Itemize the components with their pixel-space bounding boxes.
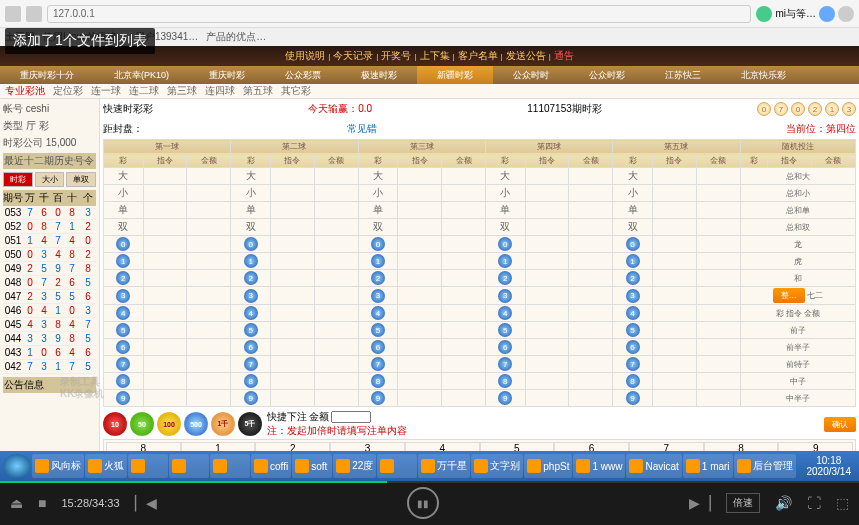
nav-item[interactable]: 重庆时彩 (189, 66, 265, 84)
url-bar[interactable]: 127.0.0.1 (47, 5, 751, 23)
taskbar-item[interactable] (210, 454, 250, 478)
bet-ball[interactable]: 6 (626, 340, 640, 354)
bet-ball[interactable]: 4 (116, 306, 130, 320)
volume-icon[interactable]: 🔊 (775, 495, 792, 511)
sidebar-tab[interactable]: 大小 (35, 172, 65, 187)
nav-item[interactable]: 重庆时彩十分 (0, 66, 94, 84)
menu-icon[interactable] (838, 6, 854, 22)
bet-ball[interactable]: 7 (371, 357, 385, 371)
quick-amount-input[interactable] (331, 411, 371, 423)
bet-ball[interactable]: 5 (626, 323, 640, 337)
right-option[interactable]: 总和小 (740, 185, 855, 202)
top-link[interactable]: 使用说明 (285, 49, 325, 63)
bet-ball[interactable]: 3 (116, 289, 130, 303)
faq-link[interactable]: 常见错 (347, 122, 377, 136)
bet-option[interactable]: 大 (373, 170, 383, 181)
bet-ball[interactable]: 4 (498, 306, 512, 320)
right-cell[interactable]: 中子 (740, 373, 855, 390)
right-cell[interactable]: 和 (740, 270, 855, 287)
bet-option[interactable]: 小 (118, 187, 128, 198)
bet-ball[interactable]: 3 (498, 289, 512, 303)
top-link[interactable]: 开奖号 (381, 49, 411, 63)
sub-nav-item[interactable]: 连二球 (129, 84, 159, 98)
fullscreen-icon[interactable]: ⬚ (836, 495, 849, 511)
bet-ball[interactable]: 3 (626, 289, 640, 303)
right-cell[interactable]: 彩 指令 金额 (740, 305, 855, 322)
bet-ball[interactable]: 2 (116, 271, 130, 285)
right-option[interactable]: 总和单 (740, 202, 855, 219)
bet-ball[interactable]: 8 (371, 374, 385, 388)
bet-option[interactable]: 双 (500, 221, 510, 232)
chip-100[interactable]: 100 (157, 412, 181, 436)
play-button[interactable]: ▮▮ (407, 487, 439, 519)
bet-ball[interactable]: 0 (498, 237, 512, 251)
bet-ball[interactable]: 8 (244, 374, 258, 388)
taskbar-item[interactable]: 后台管理 (734, 454, 796, 478)
taskbar-item[interactable] (377, 454, 417, 478)
nav-item[interactable]: 极速时彩 (341, 66, 417, 84)
right-cell[interactable]: 前半子 (740, 339, 855, 356)
bet-option[interactable]: 小 (373, 187, 383, 198)
bet-option[interactable]: 单 (500, 204, 510, 215)
top-link[interactable]: 通告 (554, 49, 574, 63)
avatar-icon[interactable] (819, 6, 835, 22)
sub-nav-item[interactable]: 其它彩 (281, 84, 311, 98)
sub-nav-item[interactable]: 连一球 (91, 84, 121, 98)
bet-ball[interactable]: 7 (244, 357, 258, 371)
top-link[interactable]: 客户名单 (458, 49, 498, 63)
bet-ball[interactable]: 4 (626, 306, 640, 320)
sub-nav-item[interactable]: 第三球 (167, 84, 197, 98)
bet-ball[interactable]: 2 (626, 271, 640, 285)
bet-ball[interactable]: 3 (244, 289, 258, 303)
top-link[interactable]: 上下集 (420, 49, 450, 63)
taskbar-item[interactable] (128, 454, 168, 478)
expand-icon[interactable]: ⛶ (807, 495, 821, 511)
chip-500[interactable]: 500 (184, 412, 208, 436)
bet-ball[interactable]: 6 (371, 340, 385, 354)
nav-item[interactable]: 江苏快三 (645, 66, 721, 84)
bet-ball[interactable]: 6 (498, 340, 512, 354)
taskbar-item[interactable]: phpSt (524, 454, 572, 478)
taskbar-clock[interactable]: 10:18 2020/3/14 (802, 455, 857, 477)
bet-ball[interactable]: 1 (371, 254, 385, 268)
taskbar-item[interactable]: coffi (251, 454, 291, 478)
prev-icon[interactable]: ▏◀ (135, 495, 157, 511)
nav-item[interactable]: 公众时时 (493, 66, 569, 84)
taskbar-item[interactable]: 1 www (573, 454, 625, 478)
bet-ball[interactable]: 4 (244, 306, 258, 320)
bet-ball[interactable]: 5 (498, 323, 512, 337)
bet-ball[interactable]: 5 (244, 323, 258, 337)
top-link[interactable]: 发送公告 (506, 49, 546, 63)
right-cell[interactable]: 龙 (740, 236, 855, 253)
taskbar-item[interactable] (169, 454, 209, 478)
bet-ball[interactable]: 9 (498, 391, 512, 405)
nav-item-active[interactable]: 新疆时彩 (417, 66, 493, 84)
bet-ball[interactable]: 9 (244, 391, 258, 405)
bet-option[interactable]: 小 (246, 187, 256, 198)
sidebar-tab[interactable]: 单双 (66, 172, 96, 187)
sub-nav-item[interactable]: 专业彩池 (5, 84, 45, 98)
bet-option[interactable]: 双 (246, 221, 256, 232)
bet-option[interactable]: 双 (628, 221, 638, 232)
bet-option[interactable]: 单 (118, 204, 128, 215)
nav-item[interactable]: 公众时彩 (569, 66, 645, 84)
next-icon[interactable]: ▶▕ (689, 495, 711, 511)
bet-ball[interactable]: 7 (626, 357, 640, 371)
right-option[interactable]: 总和双 (740, 219, 855, 236)
right-cell[interactable]: 虎 (740, 253, 855, 270)
bet-ball[interactable]: 9 (626, 391, 640, 405)
right-cell[interactable]: 前子 (740, 322, 855, 339)
bet-option[interactable]: 大 (628, 170, 638, 181)
bet-ball[interactable]: 8 (498, 374, 512, 388)
nav-item[interactable]: 北京快乐彩 (721, 66, 806, 84)
bet-ball[interactable]: 8 (626, 374, 640, 388)
taskbar-item[interactable]: 22度 (333, 454, 376, 478)
taskbar-item[interactable]: 火狐 (85, 454, 127, 478)
bet-ball[interactable]: 1 (244, 254, 258, 268)
bet-ball[interactable]: 7 (498, 357, 512, 371)
bet-option[interactable]: 双 (118, 221, 128, 232)
bet-option[interactable]: 小 (628, 187, 638, 198)
forward-button[interactable] (26, 6, 42, 22)
start-button[interactable] (3, 454, 31, 478)
bet-ball[interactable]: 2 (498, 271, 512, 285)
